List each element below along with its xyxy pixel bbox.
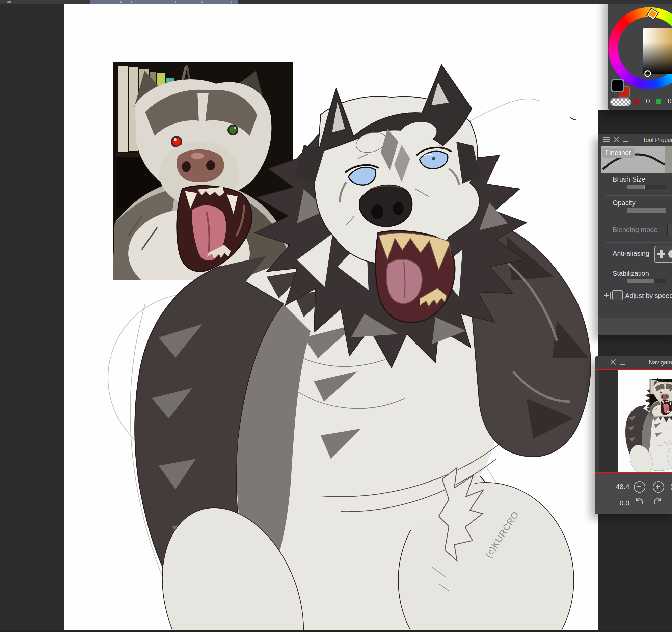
close-icon[interactable] bbox=[613, 137, 619, 143]
rotation-degrees: 0.0 bbox=[605, 499, 629, 507]
red-channel-chip bbox=[634, 99, 639, 104]
preview-dark-section bbox=[665, 146, 672, 173]
adjust-by-speed-checkbox[interactable] bbox=[612, 290, 623, 300]
rotate-reset-icon[interactable] bbox=[671, 497, 672, 508]
minimize-icon[interactable] bbox=[620, 364, 625, 365]
thumbnail-art bbox=[595, 370, 672, 472]
primary-color-swatch[interactable] bbox=[611, 79, 624, 93]
toolbar-active-segment[interactable] bbox=[91, 0, 238, 4]
zoom-fit-icon[interactable] bbox=[671, 481, 672, 493]
saturation-value-square[interactable] bbox=[643, 28, 672, 74]
canvas-artwork: (c)KURCRO bbox=[65, 4, 598, 630]
navigator-footer: 48.4 0.0 bbox=[595, 473, 672, 514]
panel-menu-icon[interactable] bbox=[603, 137, 610, 142]
drawing-canvas[interactable]: (c)KURCRO bbox=[65, 4, 598, 630]
red-channel-value: 0 bbox=[646, 97, 650, 105]
navigator-thumbnail[interactable] bbox=[595, 370, 672, 472]
navigator-header: Navigator bbox=[595, 356, 672, 368]
toolbar-segment[interactable] bbox=[0, 0, 23, 4]
bottom-edge-bar bbox=[0, 630, 672, 632]
brush-size-slider[interactable] bbox=[627, 185, 666, 189]
rotate-right-icon[interactable] bbox=[652, 497, 663, 508]
toolbar-tick bbox=[131, 1, 132, 3]
toolbar-tick bbox=[175, 1, 176, 3]
rotate-left-icon[interactable] bbox=[633, 497, 644, 508]
toolbar-tick bbox=[120, 1, 121, 3]
viewport-indicator-top bbox=[595, 369, 672, 370]
minimize-icon[interactable] bbox=[623, 141, 628, 142]
anti-aliasing-label: Anti-aliasing bbox=[613, 250, 649, 258]
aliasing-off-icon[interactable] bbox=[656, 246, 667, 262]
reference-photo bbox=[113, 62, 293, 297]
active-tool-chip[interactable]: Fineliner bbox=[602, 148, 634, 157]
panel-title: Navigator bbox=[649, 359, 672, 366]
toolbar-segment[interactable] bbox=[23, 0, 59, 4]
toolbar-tick bbox=[201, 1, 202, 3]
canvas-pasteboard bbox=[0, 4, 65, 630]
tool-property-footer bbox=[598, 318, 672, 335]
close-icon[interactable] bbox=[610, 359, 616, 365]
color-wheel-panel: Color Wheel 0 0 bbox=[607, 0, 672, 110]
panel-title: Tool Property bbox=[643, 137, 672, 144]
zoom-in-icon[interactable] bbox=[653, 481, 664, 493]
brush-size-label: Brush Size bbox=[613, 175, 645, 183]
tool-property-panel: Tool Property Fineliner Brush Size Opaci… bbox=[598, 134, 672, 335]
opacity-slider[interactable] bbox=[627, 208, 666, 213]
aliasing-smooth-icon[interactable] bbox=[668, 250, 672, 258]
saturation-value-cursor[interactable] bbox=[644, 70, 651, 77]
blending-mode-dropdown[interactable] bbox=[667, 224, 672, 237]
anti-aliasing-button-group bbox=[654, 246, 672, 263]
opacity-label: Opacity bbox=[613, 199, 635, 207]
green-channel-chip bbox=[656, 99, 661, 104]
transparent-color-swatch[interactable] bbox=[610, 98, 631, 106]
top-toolbar bbox=[0, 0, 672, 4]
app-window: (c)KURCRO Color Wheel 0 0 Tool Property bbox=[0, 0, 672, 632]
adjust-by-speed-label: Adjust by speed bbox=[625, 292, 672, 300]
tool-property-header: Tool Property bbox=[598, 134, 672, 145]
toolbar-tick bbox=[231, 1, 232, 3]
zoom-out-icon[interactable] bbox=[634, 481, 645, 493]
toolbar-segment[interactable] bbox=[59, 0, 91, 4]
green-channel-value: 0 bbox=[668, 97, 672, 105]
stabilization-slider[interactable] bbox=[627, 279, 666, 283]
zoom-percentage: 48.4 bbox=[605, 483, 629, 491]
viewport-indicator-bottom bbox=[595, 472, 672, 473]
panel-menu-icon[interactable] bbox=[600, 360, 607, 364]
navigator-panel: Navigator 48.4 0.0 bbox=[595, 356, 672, 514]
stabilization-label: Stabilization bbox=[613, 270, 649, 277]
blending-mode-label: Blending mode bbox=[613, 226, 657, 234]
stray-mark bbox=[570, 117, 576, 119]
expand-setting-icon[interactable] bbox=[603, 292, 610, 299]
brush-stroke-preview: Fineliner bbox=[601, 146, 672, 173]
toolbar-icon bbox=[7, 1, 11, 3]
